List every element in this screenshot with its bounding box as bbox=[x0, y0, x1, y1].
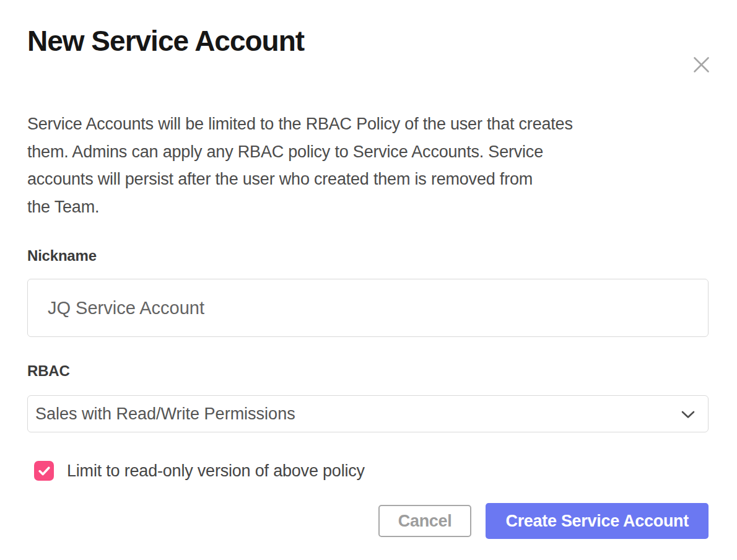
limit-readonly-label: Limit to read-only version of above poli… bbox=[67, 462, 365, 481]
nickname-input[interactable] bbox=[27, 279, 709, 337]
description-line: them. Admins can apply any RBAC policy t… bbox=[27, 138, 710, 166]
check-icon bbox=[38, 466, 50, 476]
description-line: accounts will persist after the user who… bbox=[27, 165, 710, 193]
limit-readonly-checkbox[interactable] bbox=[34, 461, 54, 481]
close-button[interactable] bbox=[689, 52, 713, 77]
dialog-actions: Cancel Create Service Account bbox=[27, 503, 709, 539]
limit-readonly-checkbox-row[interactable]: Limit to read-only version of above poli… bbox=[27, 461, 710, 481]
rbac-select-wrap: Sales with Read/Write Permissions bbox=[27, 395, 709, 432]
rbac-select[interactable]: Sales with Read/Write Permissions bbox=[27, 395, 709, 432]
description-line: the Team. bbox=[27, 193, 710, 221]
dialog-description: Service Accounts will be limited to the … bbox=[27, 110, 710, 221]
create-service-account-button[interactable]: Create Service Account bbox=[486, 503, 709, 539]
nickname-label: Nickname bbox=[27, 247, 710, 265]
new-service-account-dialog: New Service Account Service Accounts wil… bbox=[0, 25, 737, 560]
dialog-title: New Service Account bbox=[27, 25, 710, 57]
close-icon bbox=[693, 56, 710, 73]
cancel-button[interactable]: Cancel bbox=[378, 505, 472, 537]
rbac-label: RBAC bbox=[27, 362, 710, 380]
description-line: Service Accounts will be limited to the … bbox=[27, 110, 710, 138]
